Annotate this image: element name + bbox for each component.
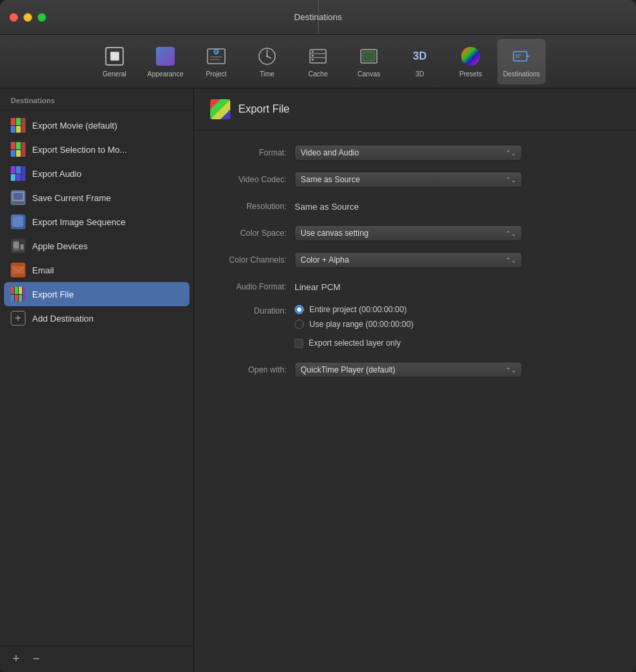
toolbar-item-appearance[interactable]: Appearance <box>141 39 189 84</box>
toolbar-item-time[interactable]: Time <box>243 39 291 84</box>
close-button[interactable] <box>9 13 18 21</box>
resolution-value: Same as Source <box>295 200 616 212</box>
remove-button[interactable]: − <box>27 650 46 669</box>
color-space-row: Color Space: Use canvas setting ⌃⌄ <box>214 224 616 242</box>
svg-text:3: 3 <box>215 50 218 56</box>
svg-rect-58 <box>19 287 22 294</box>
divider-line <box>318 0 319 34</box>
sidebar-item-export-file[interactable]: Export File <box>4 282 189 306</box>
color-space-label: Color Space: <box>214 228 295 238</box>
sidebar-item-email[interactable]: Email <box>0 258 193 282</box>
format-label: Format: <box>214 148 295 157</box>
color-channels-value: Color + Alpha ⌃⌄ <box>295 252 616 268</box>
toolbar-item-cache[interactable]: Cache <box>294 39 342 84</box>
detail-header: Export File <box>194 88 636 131</box>
duration-row: Duration: Entire project (00:00:00:00) U… <box>214 305 616 329</box>
svg-rect-49 <box>13 242 19 249</box>
toolbar-item-general[interactable]: ⬜ General <box>90 39 139 84</box>
format-dropdown[interactable]: Video and Audio ⌃⌄ <box>295 145 522 161</box>
export-layer-row: Export selected layer only <box>214 334 616 352</box>
sidebar-item-export-audio[interactable]: Export Audio <box>0 161 193 186</box>
export-selection-icon <box>11 142 25 157</box>
video-codec-row: Video Codec: Same as Source ⌃⌄ <box>214 171 616 188</box>
sidebar-item-save-frame[interactable]: Save Current Frame <box>0 186 193 210</box>
sidebar-item-add-destination[interactable]: + Add Destination <box>0 306 193 330</box>
resolution-row: Resolution: Same as Source <box>214 198 616 215</box>
svg-point-14 <box>312 59 314 61</box>
svg-rect-60 <box>15 295 18 301</box>
svg-point-12 <box>312 51 314 53</box>
color-space-dropdown[interactable]: Use canvas setting ⌃⌄ <box>295 225 522 241</box>
svg-rect-23 <box>16 118 21 125</box>
general-icon: ⬜ <box>103 45 126 68</box>
sidebar-item-export-selection[interactable]: Export Selection to Mo... <box>0 137 193 161</box>
svg-point-8 <box>266 56 268 58</box>
add-button[interactable]: + <box>7 650 25 669</box>
duration-play-range-radio[interactable] <box>295 320 304 329</box>
toolbar-label-project: Project <box>206 70 226 78</box>
toolbar-label-presets: Presets <box>459 70 482 78</box>
open-with-dropdown[interactable]: QuickTime Player (default) ⌃⌄ <box>295 362 522 378</box>
toolbar: ⬜ General Appearance 3 Project <box>0 35 636 88</box>
sidebar-item-label-export-image-seq: Export Image Sequence <box>32 217 125 227</box>
apple-devices-icon <box>11 239 25 253</box>
sidebar-item-export-movie[interactable]: Export Movie (default) <box>0 113 193 137</box>
duration-play-range-option[interactable]: Use play range (00:00:00:00) <box>295 320 616 329</box>
svg-rect-29 <box>16 142 21 149</box>
svg-rect-50 <box>14 249 18 251</box>
toolbar-item-destinations[interactable]: Destinations <box>497 39 546 84</box>
toolbar-item-project[interactable]: 3 Project <box>192 39 240 84</box>
video-codec-dropdown[interactable]: Same as Source ⌃⌄ <box>295 172 522 188</box>
detail-panel: Export File Format: Video and Audio ⌃⌄ V… <box>194 88 636 672</box>
color-channels-label: Color Channels: <box>214 255 295 265</box>
svg-rect-31 <box>16 150 21 157</box>
duration-play-range-label: Use play range (00:00:00:00) <box>309 320 413 329</box>
sidebar-item-label-export-file: Export File <box>32 289 74 299</box>
sidebar-item-export-image-seq[interactable]: Export Image Sequence <box>0 210 193 234</box>
duration-options: Entire project (00:00:00:00) Use play ra… <box>295 305 616 329</box>
add-destination-icon: + <box>11 311 25 326</box>
toolbar-item-3d[interactable]: 3D 3D <box>396 39 444 84</box>
sidebar-item-apple-devices[interactable]: Apple Devices <box>0 234 193 258</box>
resolution-static: Same as Source <box>295 202 359 212</box>
color-space-dropdown-arrow: ⌃⌄ <box>505 230 516 237</box>
save-frame-icon <box>11 190 25 205</box>
duration-entire-option[interactable]: Entire project (00:00:00:00) <box>295 305 616 314</box>
sidebar-item-label-export-audio: Export Audio <box>32 169 82 179</box>
fullscreen-button[interactable] <box>37 13 46 21</box>
color-channels-dropdown-arrow: ⌃⌄ <box>505 257 516 264</box>
duration-entire-radio[interactable] <box>295 305 304 314</box>
svg-rect-17 <box>513 52 527 61</box>
svg-rect-56 <box>11 287 14 294</box>
svg-rect-25 <box>16 126 21 133</box>
toolbar-label-cache: Cache <box>309 70 328 78</box>
svg-rect-16 <box>363 52 375 61</box>
video-codec-label: Video Codec: <box>214 175 295 184</box>
toolbar-item-presets[interactable]: Presets <box>447 39 495 84</box>
main-window: Destinations ⬜ General Appearance 3 <box>0 0 636 672</box>
detail-header-icon <box>210 99 230 119</box>
svg-rect-22 <box>11 118 15 125</box>
time-icon <box>256 45 279 68</box>
title-bar: Destinations <box>0 0 636 35</box>
export-layer-label: Export selected layer only <box>309 338 400 348</box>
minimize-button[interactable] <box>23 13 32 21</box>
toolbar-label-canvas: Canvas <box>357 70 380 78</box>
sidebar-footer: + − <box>0 645 193 672</box>
svg-point-13 <box>312 55 314 57</box>
export-layer-value: Export selected layer only <box>295 338 616 348</box>
svg-rect-37 <box>16 174 21 181</box>
svg-rect-28 <box>11 142 15 149</box>
export-layer-checkbox[interactable] <box>295 339 303 348</box>
audio-format-static: Linear PCM <box>295 282 341 292</box>
sidebar-item-label-apple-devices: Apple Devices <box>32 241 88 251</box>
toolbar-item-canvas[interactable]: Canvas <box>345 39 393 84</box>
color-channels-dropdown[interactable]: Color + Alpha ⌃⌄ <box>295 252 522 268</box>
export-layer-option[interactable]: Export selected layer only <box>295 338 616 348</box>
toolbar-label-appearance: Appearance <box>147 70 183 78</box>
project-icon: 3 <box>205 45 228 68</box>
appearance-icon <box>154 45 177 68</box>
audio-format-label: Audio Format: <box>214 282 295 291</box>
open-with-dropdown-arrow: ⌃⌄ <box>505 366 516 374</box>
svg-rect-38 <box>21 166 25 181</box>
